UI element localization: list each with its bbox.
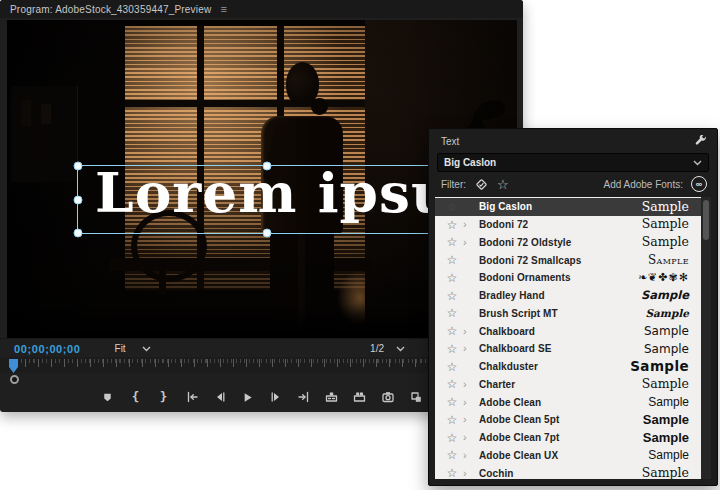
font-sample-text: Sample xyxy=(642,467,689,479)
favorite-star-icon[interactable]: ☆ xyxy=(445,396,459,408)
playback-resolution-select[interactable]: 1/2 xyxy=(370,343,405,354)
favorites-filter-icon[interactable]: ☆ xyxy=(497,178,509,191)
go-to-in-button[interactable] xyxy=(184,390,199,405)
font-list-scrollbar[interactable] xyxy=(701,197,711,479)
lift-button[interactable] xyxy=(324,390,339,405)
favorite-star-icon[interactable]: ☆ xyxy=(445,361,459,373)
font-list-item[interactable]: ☆ › Adobe Clean 5pt Sample xyxy=(435,411,701,429)
play-button[interactable] xyxy=(240,390,255,405)
text-selection-box[interactable] xyxy=(77,165,457,234)
font-name: Bodoni Ornaments xyxy=(479,272,571,283)
expand-chevron-icon[interactable]: › xyxy=(463,326,473,337)
font-list-item[interactable]: ☆ › Chalkboard Sample xyxy=(435,322,701,340)
selection-handle[interactable] xyxy=(74,229,83,238)
font-list-item[interactable]: ☆ › Bodoni 72 Oldstyle Sample xyxy=(435,234,701,252)
expand-chevron-icon[interactable]: › xyxy=(463,379,473,390)
font-list-item[interactable]: ☆ › Bodoni 72 Sample xyxy=(435,216,701,234)
favorite-star-icon[interactable]: ☆ xyxy=(445,272,459,284)
favorite-star-icon[interactable]: ☆ xyxy=(445,201,459,213)
zoom-scroll-handle[interactable] xyxy=(10,375,19,384)
favorite-star-icon[interactable]: ☆ xyxy=(445,449,459,461)
filter-label: Filter: xyxy=(441,179,466,190)
step-forward-button[interactable] xyxy=(268,390,283,405)
font-name: Chalkboard xyxy=(479,326,535,337)
favorite-star-icon[interactable]: ☆ xyxy=(445,378,459,390)
go-to-out-button[interactable] xyxy=(296,390,311,405)
chevron-down-icon xyxy=(396,346,405,352)
program-titlebar: Program: AdobeStock_430359447_Preview ≡ xyxy=(0,0,523,18)
font-name: Adobe Clean xyxy=(479,397,541,408)
font-list-item[interactable]: ☆ › Bodoni 72 Smallcaps Sample xyxy=(435,251,701,269)
font-sample-text: Sample xyxy=(642,218,689,231)
font-name: Charter xyxy=(479,379,515,390)
font-name: Adobe Clean 7pt xyxy=(479,432,559,443)
mark-in-button[interactable]: { xyxy=(128,390,143,405)
expand-chevron-icon[interactable]: › xyxy=(463,468,473,479)
favorite-star-icon[interactable]: ☆ xyxy=(445,219,459,231)
selection-handle[interactable] xyxy=(263,162,272,171)
favorite-star-icon[interactable]: ☆ xyxy=(445,343,459,355)
favorite-star-icon[interactable]: ☆ xyxy=(445,414,459,426)
font-list-item[interactable]: ☆ › Bodoni Ornaments ❧❦✤✾✻ xyxy=(435,269,701,287)
extract-button[interactable] xyxy=(352,390,367,405)
favorite-star-icon[interactable]: ☆ xyxy=(445,325,459,337)
favorite-star-icon[interactable]: ☆ xyxy=(445,467,459,479)
font-sample-text: Sample xyxy=(648,449,689,461)
text-panel-title: Text xyxy=(441,136,459,147)
font-list-item[interactable]: ☆ › Cochin Sample xyxy=(435,464,701,479)
add-marker-button[interactable] xyxy=(100,390,115,405)
expand-chevron-icon[interactable]: › xyxy=(463,432,473,443)
font-sample-text: Sample xyxy=(643,431,689,444)
font-sample-text: Sample xyxy=(642,378,689,391)
font-list-item[interactable]: ☆ › Chalkduster Sample xyxy=(435,358,701,376)
font-name: Bodoni 72 Oldstyle xyxy=(479,237,571,248)
panel-menu-icon[interactable]: ≡ xyxy=(220,4,227,15)
font-name: Bodoni 72 Smallcaps xyxy=(479,255,582,266)
font-list-item[interactable]: ☆ › Chalkboard SE Sample xyxy=(435,340,701,358)
expand-chevron-icon[interactable]: › xyxy=(463,219,473,230)
chevron-down-icon xyxy=(142,346,151,352)
font-name: Adobe Clean UX xyxy=(479,450,558,461)
favorite-star-icon[interactable]: ☆ xyxy=(445,254,459,266)
zoom-level-select[interactable]: Fit xyxy=(115,343,151,354)
font-list-item[interactable]: ☆ › Adobe Clean 7pt Sample xyxy=(435,429,701,447)
font-name: Brush Script MT xyxy=(479,308,558,319)
wrench-icon[interactable] xyxy=(694,135,707,148)
font-list: ☆ › Big Caslon Sample ☆ › Bodoni 72 Samp… xyxy=(435,197,701,479)
font-sample-text: Sample xyxy=(648,396,689,408)
font-sample-text: Sample xyxy=(642,236,689,249)
expand-chevron-icon[interactable]: › xyxy=(463,343,473,354)
current-timecode[interactable]: 00;00;00;00 xyxy=(14,343,81,355)
export-frame-button[interactable] xyxy=(380,390,395,405)
font-name: Chalkboard SE xyxy=(479,343,551,354)
font-list-item[interactable]: ☆ › Big Caslon Sample xyxy=(435,198,701,216)
font-name: Big Caslon xyxy=(479,201,532,212)
step-back-button[interactable] xyxy=(212,390,227,405)
expand-chevron-icon[interactable]: › xyxy=(463,414,473,425)
font-sample-text: Sample xyxy=(644,343,689,355)
expand-chevron-icon[interactable]: › xyxy=(463,450,473,461)
selection-handle[interactable] xyxy=(74,162,83,171)
font-name: Bodoni 72 xyxy=(479,219,528,230)
font-list-item[interactable]: ☆ › Charter Sample xyxy=(435,376,701,394)
font-sample-text: Sample xyxy=(645,308,689,319)
creative-cloud-icon[interactable]: ∞ xyxy=(691,176,707,192)
adobe-fonts-filter-icon[interactable] xyxy=(474,177,489,192)
font-family-select[interactable]: Big Caslon xyxy=(437,153,709,172)
selection-handle[interactable] xyxy=(74,195,83,204)
favorite-star-icon[interactable]: ☆ xyxy=(445,432,459,444)
favorite-star-icon[interactable]: ☆ xyxy=(445,307,459,319)
font-list-item[interactable]: ☆ › Bradley Hand Sample xyxy=(435,287,701,305)
selection-handle[interactable] xyxy=(263,229,272,238)
font-list-item[interactable]: ☆ › Brush Script MT Sample xyxy=(435,305,701,323)
add-adobe-fonts-label: Add Adobe Fonts: xyxy=(603,179,683,190)
font-list-item[interactable]: ☆ › Adobe Clean UX Sample xyxy=(435,447,701,465)
favorite-star-icon[interactable]: ☆ xyxy=(445,290,459,302)
expand-chevron-icon[interactable]: › xyxy=(463,397,473,408)
comparison-view-button[interactable] xyxy=(408,390,423,405)
expand-chevron-icon[interactable]: › xyxy=(463,237,473,248)
favorite-star-icon[interactable]: ☆ xyxy=(445,236,459,248)
mark-out-button[interactable]: } xyxy=(156,390,171,405)
font-list-item[interactable]: ☆ › Adobe Clean Sample xyxy=(435,393,701,411)
scrollbar-thumb[interactable] xyxy=(703,200,709,240)
